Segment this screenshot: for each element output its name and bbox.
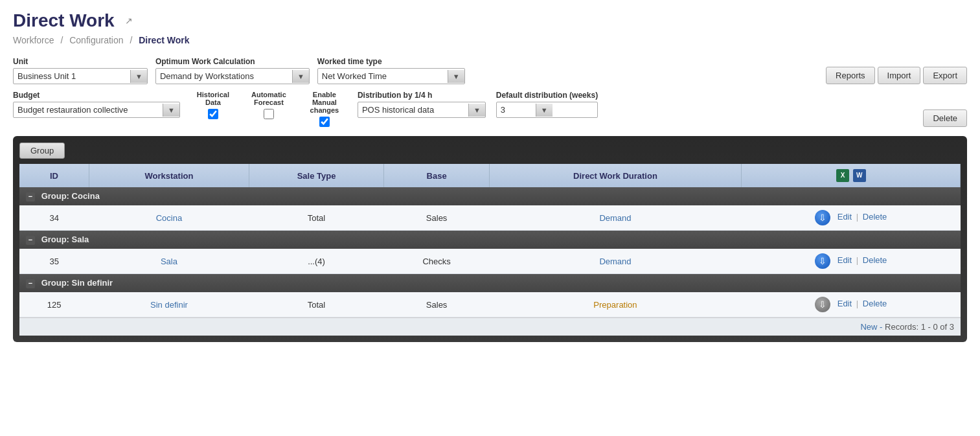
unit-dropdown-btn[interactable]: ▼ xyxy=(130,70,147,83)
delete-link-sin-definir[interactable]: Delete xyxy=(863,299,887,308)
cell-workstation-cocina: Cocina xyxy=(89,205,249,231)
collapse-cocina-icon[interactable]: − xyxy=(26,192,35,201)
optimum-field: Optimum Work Calculation Demand by Works… xyxy=(155,57,310,84)
cell-base-cocina: Sales xyxy=(384,205,490,231)
table-row: 35 Sala ...(4) Checks Demand ⇩ Edit | De… xyxy=(19,249,961,274)
table-footer-row: New - Records: 1 - 0 of 3 xyxy=(19,317,961,336)
worked-time-label: Worked time type xyxy=(317,57,465,66)
cell-actions-sala: ⇩ Edit | Delete xyxy=(741,249,961,274)
reports-button[interactable]: Reports xyxy=(826,67,875,84)
distribution-select[interactable]: POS historical data xyxy=(358,102,468,117)
budget-label: Budget xyxy=(13,91,180,100)
cell-id-35: 35 xyxy=(19,249,89,274)
historical-checkbox[interactable] xyxy=(208,109,218,119)
group-cocina-label: − Group: Cocina xyxy=(19,187,961,205)
group-row-sin-definir: − Group: Sin definir xyxy=(19,274,961,293)
cell-base-sin-definir: Sales xyxy=(384,292,490,317)
col-sale-type: Sale Type xyxy=(249,164,384,187)
automatic-forecast-group: Automatic Forecast xyxy=(246,91,291,119)
cell-base-sala: Checks xyxy=(384,249,490,274)
optimum-select[interactable]: Demand by Workstations xyxy=(156,69,292,84)
optimum-select-wrapper[interactable]: Demand by Workstations ▼ xyxy=(155,68,310,84)
collapse-sala-icon[interactable]: − xyxy=(26,236,35,245)
records-info: Records: 1 - 0 of 3 xyxy=(885,322,954,332)
default-dist-select-wrapper[interactable]: 3 ▼ xyxy=(496,102,598,118)
budget-select[interactable]: Budget restauration collective xyxy=(14,102,163,117)
delete-button[interactable]: Delete xyxy=(923,109,967,127)
detail-btn-sin-definir[interactable]: ⇩ xyxy=(815,297,830,312)
worked-time-select[interactable]: Net Worked Time xyxy=(318,69,448,84)
worked-time-select-wrapper[interactable]: Net Worked Time ▼ xyxy=(317,68,465,84)
distribution-dropdown-btn[interactable]: ▼ xyxy=(468,104,485,117)
cell-id-125: 125 xyxy=(19,292,89,317)
historical-label: Historical Data xyxy=(190,91,236,106)
detail-btn-cocina[interactable]: ⇩ xyxy=(815,210,830,225)
cell-id-34: 34 xyxy=(19,205,89,231)
delete-link-cocina[interactable]: Delete xyxy=(863,212,887,222)
action-buttons: Reports Import Export xyxy=(826,67,967,84)
new-link[interactable]: New xyxy=(860,322,877,332)
group-row-cocina: − Group: Cocina xyxy=(19,187,961,205)
table-row: 34 Cocina Total Sales Demand ⇩ Edit | De… xyxy=(19,205,961,231)
table-body: − Group: Cocina 34 Cocina Total Sales De… xyxy=(19,187,961,336)
expand-icon[interactable]: ↗ xyxy=(125,16,133,26)
cell-duration-cocina: Demand xyxy=(490,205,741,231)
grid-container: Group ID Workstation Sale Type Base Dire… xyxy=(13,136,967,342)
breadcrumb-workforce[interactable]: Workforce xyxy=(13,35,54,45)
budget-field: Budget Budget restauration collective ▼ xyxy=(13,91,180,118)
group-sala-label: − Group: Sala xyxy=(19,231,961,249)
cell-actions-cocina: ⇩ Edit | Delete xyxy=(741,205,961,231)
automatic-checkbox[interactable] xyxy=(264,109,274,119)
unit-label: Unit xyxy=(13,57,148,66)
table-row: 125 Sin definir Total Sales Preparation … xyxy=(19,292,961,317)
budget-dropdown-btn[interactable]: ▼ xyxy=(163,104,179,117)
col-id: ID xyxy=(19,164,89,187)
cell-duration-sin-definir: Preparation xyxy=(490,292,741,317)
default-dist-dropdown-btn[interactable]: ▼ xyxy=(536,104,553,117)
delete-link-sala[interactable]: Delete xyxy=(863,255,887,265)
cell-workstation-sala: Sala xyxy=(89,249,249,274)
optimum-label: Optimum Work Calculation xyxy=(155,57,310,66)
historical-data-group: Historical Data xyxy=(190,91,236,119)
cell-duration-sala: Demand xyxy=(490,249,741,274)
breadcrumb-current: Direct Work xyxy=(139,35,189,45)
table-footer-cell: New - Records: 1 - 0 of 3 xyxy=(19,317,961,336)
unit-select[interactable]: Business Unit 1 xyxy=(14,69,130,84)
col-base: Base xyxy=(384,164,490,187)
import-button[interactable]: Import xyxy=(878,67,921,84)
distribution-field: Distribution by 1/4 h POS historical dat… xyxy=(358,91,486,118)
default-dist-label: Default distribution (weeks) xyxy=(496,91,598,100)
breadcrumb-configuration[interactable]: Configuration xyxy=(69,35,123,45)
manual-changes-group: Enable Manual changes xyxy=(302,91,347,127)
distribution-select-wrapper[interactable]: POS historical data ▼ xyxy=(358,102,486,118)
edit-link-cocina[interactable]: Edit xyxy=(838,212,852,222)
export-button[interactable]: Export xyxy=(923,67,967,84)
group-button[interactable]: Group xyxy=(19,143,65,159)
worked-time-dropdown-btn[interactable]: ▼ xyxy=(448,70,464,83)
manual-label: Enable Manual changes xyxy=(302,91,347,114)
optimum-dropdown-btn[interactable]: ▼ xyxy=(292,70,309,83)
group-row-sala: − Group: Sala xyxy=(19,231,961,249)
footer-dash: - xyxy=(880,322,885,332)
edit-link-sin-definir[interactable]: Edit xyxy=(838,299,852,308)
cell-sale-type-sin-definir: Total xyxy=(249,292,384,317)
table-header: ID Workstation Sale Type Base Direct Wor… xyxy=(19,164,961,187)
page-title: Direct Work xyxy=(13,10,115,31)
col-workstation: Workstation xyxy=(89,164,249,187)
col-export-icons: X W xyxy=(741,164,961,187)
detail-btn-sala[interactable]: ⇩ xyxy=(815,253,830,269)
collapse-sin-definir-icon[interactable]: − xyxy=(26,279,35,288)
unit-select-wrapper[interactable]: Business Unit 1 ▼ xyxy=(13,68,148,84)
cell-sale-type-cocina: Total xyxy=(249,205,384,231)
budget-select-wrapper[interactable]: Budget restauration collective ▼ xyxy=(13,102,180,118)
edit-link-sala[interactable]: Edit xyxy=(838,255,852,265)
automatic-label: Automatic Forecast xyxy=(246,91,291,106)
default-dist-select[interactable]: 3 xyxy=(497,102,536,117)
manual-checkbox[interactable] xyxy=(319,117,330,127)
default-dist-field: Default distribution (weeks) 3 ▼ xyxy=(496,91,598,118)
excel-icon[interactable]: X xyxy=(836,169,849,182)
distribution-label: Distribution by 1/4 h xyxy=(358,91,486,100)
group-sin-definir-label: − Group: Sin definir xyxy=(19,274,961,293)
word-icon[interactable]: W xyxy=(853,169,866,182)
grid-table: ID Workstation Sale Type Base Direct Wor… xyxy=(19,164,961,336)
